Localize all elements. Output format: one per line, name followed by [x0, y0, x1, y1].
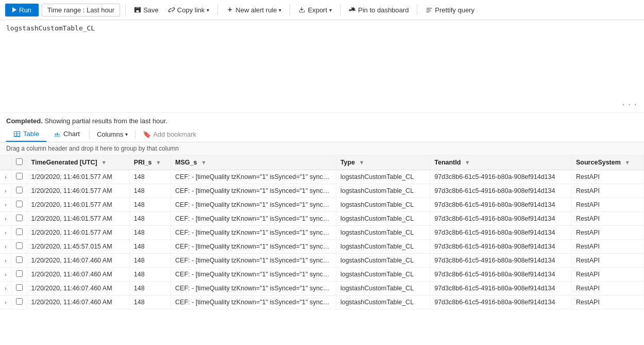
- table-row: › 1/20/2020, 11:46:07.460 AM 148 CEF: - …: [0, 254, 644, 268]
- pin-icon: [349, 6, 356, 13]
- row-pri-4: 148: [129, 226, 171, 240]
- pin-to-dashboard-label: Pin to dashboard: [358, 6, 409, 14]
- new-alert-rule-label: New alert rule: [235, 6, 277, 14]
- row-time-4: 1/20/2020, 11:46:01.577 AM: [27, 226, 129, 240]
- new-alert-rule-button[interactable]: ＋ New alert rule ▾: [223, 3, 284, 17]
- tab-table-label: Table: [23, 130, 39, 138]
- tab-chart[interactable]: Chart: [46, 127, 87, 142]
- table-header-row: TimeGenerated [UTC] ▼ PRI_s ▼ MSG_s ▼ Ty…: [0, 155, 644, 170]
- filter-icon-sourcesystem: ▼: [624, 159, 630, 166]
- row-check-6[interactable]: [11, 254, 27, 268]
- copy-link-chevron: ▾: [207, 7, 209, 13]
- row-source-7: RestAPI: [572, 268, 644, 282]
- prettify-query-button[interactable]: Prettify query: [422, 4, 478, 16]
- pin-to-dashboard-button[interactable]: Pin to dashboard: [346, 4, 412, 16]
- row-type-9: logstashCustomTable_CL: [336, 295, 430, 309]
- col-header-msg[interactable]: MSG_s ▼: [171, 155, 336, 170]
- row-type-7: logstashCustomTable_CL: [336, 268, 430, 282]
- tabs-row: Table Chart Columns ▾ 🔖 Add bookmark: [0, 127, 644, 142]
- col-header-expand: [0, 155, 11, 170]
- results-table: TimeGenerated [UTC] ▼ PRI_s ▼ MSG_s ▼ Ty…: [0, 155, 644, 309]
- query-editor[interactable]: logstashCustomTable_CL ···: [0, 20, 644, 113]
- row-tenant-6: 97d3c8b6-61c5-4916-b80a-908ef914d134: [430, 254, 572, 268]
- row-expand-2[interactable]: ›: [0, 198, 11, 212]
- run-button[interactable]: Run: [5, 4, 39, 17]
- filter-icon-tenantid: ▼: [465, 159, 470, 166]
- row-type-6: logstashCustomTable_CL: [336, 254, 430, 268]
- row-expand-5[interactable]: ›: [0, 240, 11, 254]
- col-header-pri[interactable]: PRI_s ▼: [129, 155, 171, 170]
- save-label: Save: [143, 6, 159, 14]
- link-icon: [168, 6, 175, 13]
- save-button[interactable]: Save: [131, 4, 162, 16]
- tab-table[interactable]: Table: [6, 127, 46, 142]
- row-tenant-2: 97d3c8b6-61c5-4916-b80a-908ef914d134: [430, 198, 572, 212]
- drag-hint-text: Drag a column header and drop it here to…: [6, 145, 179, 152]
- row-check-9[interactable]: [11, 295, 27, 309]
- row-expand-8[interactable]: ›: [0, 282, 11, 295]
- row-msg-6: CEF: - [timeQuality tzKnown="1" isSynced…: [171, 254, 336, 268]
- col-header-sourcesystem[interactable]: SourceSystem ▼: [572, 155, 644, 170]
- table-row: › 1/20/2020, 11:46:07.460 AM 148 CEF: - …: [0, 295, 644, 309]
- row-msg-0: CEF: - [timeQuality tzKnown="1" isSynced…: [171, 170, 336, 184]
- divider-3: [290, 4, 290, 15]
- row-tenant-9: 97d3c8b6-61c5-4916-b80a-908ef914d134: [430, 295, 572, 309]
- row-check-0[interactable]: [11, 170, 27, 184]
- col-header-tenantid[interactable]: TenantId ▼: [430, 155, 572, 170]
- row-expand-6[interactable]: ›: [0, 254, 11, 268]
- status-message: Showing partial results from the last ho…: [44, 117, 167, 125]
- col-header-check: [11, 155, 27, 170]
- row-expand-0[interactable]: ›: [0, 170, 11, 184]
- row-check-2[interactable]: [11, 198, 27, 212]
- row-tenant-7: 97d3c8b6-61c5-4916-b80a-908ef914d134: [430, 268, 572, 282]
- row-msg-7: CEF: - [timeQuality tzKnown="1" isSynced…: [171, 268, 336, 282]
- row-time-6: 1/20/2020, 11:46:07.460 AM: [27, 254, 129, 268]
- row-pri-9: 148: [129, 295, 171, 309]
- row-pri-5: 148: [129, 240, 171, 254]
- col-label-type: Type: [341, 159, 355, 166]
- results-table-wrap[interactable]: TimeGenerated [UTC] ▼ PRI_s ▼ MSG_s ▼ Ty…: [0, 155, 644, 309]
- row-expand-3[interactable]: ›: [0, 212, 11, 226]
- row-check-1[interactable]: [11, 184, 27, 198]
- row-msg-8: CEF: - [timeQuality tzKnown="1" isSynced…: [171, 282, 336, 295]
- columns-label: Columns: [97, 130, 123, 138]
- row-tenant-0: 97d3c8b6-61c5-4916-b80a-908ef914d134: [430, 170, 572, 184]
- table-row: › 1/20/2020, 11:46:01.577 AM 148 CEF: - …: [0, 212, 644, 226]
- row-check-5[interactable]: [11, 240, 27, 254]
- export-button[interactable]: Export ▾: [295, 4, 335, 16]
- row-expand-1[interactable]: ›: [0, 184, 11, 198]
- row-expand-4[interactable]: ›: [0, 226, 11, 240]
- time-range-button[interactable]: Time range : Last hour: [42, 4, 120, 17]
- row-check-7[interactable]: [11, 268, 27, 282]
- table-row: › 1/20/2020, 11:45:57.015 AM 148 CEF: - …: [0, 240, 644, 254]
- col-label-sourcesystem: SourceSystem: [576, 159, 621, 166]
- col-header-type[interactable]: Type ▼: [336, 155, 430, 170]
- row-time-1: 1/20/2020, 11:46:01.577 AM: [27, 184, 129, 198]
- col-header-timegenerated[interactable]: TimeGenerated [UTC] ▼: [27, 155, 129, 170]
- row-type-3: logstashCustomTable_CL: [336, 212, 430, 226]
- row-time-0: 1/20/2020, 11:46:01.577 AM: [27, 170, 129, 184]
- row-pri-7: 148: [129, 268, 171, 282]
- row-pri-8: 148: [129, 282, 171, 295]
- prettify-query-label: Prettify query: [435, 6, 474, 14]
- row-type-8: logstashCustomTable_CL: [336, 282, 430, 295]
- add-bookmark-button[interactable]: 🔖 Add bookmark: [138, 127, 201, 141]
- row-expand-9[interactable]: ›: [0, 295, 11, 309]
- col-label-pri: PRI_s: [134, 159, 152, 166]
- run-label: Run: [19, 6, 31, 14]
- columns-button[interactable]: Columns ▾: [92, 127, 133, 141]
- bookmark-icon: 🔖: [143, 130, 151, 138]
- row-tenant-1: 97d3c8b6-61c5-4916-b80a-908ef914d134: [430, 184, 572, 198]
- table-row: › 1/20/2020, 11:46:07.460 AM 148 CEF: - …: [0, 268, 644, 282]
- row-check-8[interactable]: [11, 282, 27, 295]
- copy-link-button[interactable]: Copy link ▾: [165, 4, 212, 16]
- row-check-4[interactable]: [11, 226, 27, 240]
- row-expand-7[interactable]: ›: [0, 268, 11, 282]
- row-msg-3: CEF: - [timeQuality tzKnown="1" isSynced…: [171, 212, 336, 226]
- row-time-2: 1/20/2020, 11:46:01.577 AM: [27, 198, 129, 212]
- play-icon: [12, 7, 16, 12]
- row-source-0: RestAPI: [572, 170, 644, 184]
- select-all-checkbox[interactable]: [16, 158, 23, 165]
- row-check-3[interactable]: [11, 212, 27, 226]
- status-bar: Completed. Showing partial results from …: [0, 113, 644, 127]
